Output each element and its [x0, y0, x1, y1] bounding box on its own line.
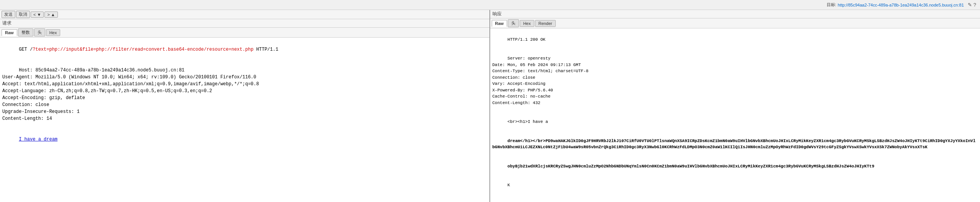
- response-body-line1: <br><h1>I have a: [507, 119, 548, 124]
- tab-hex-response[interactable]: Hex: [520, 20, 534, 27]
- request-url-red: ?text=php://input&file=php://filter/read…: [33, 47, 253, 52]
- request-panel: 发送 取消 < ▼ > ▲ 请求 Raw 整数 头 Hex GET /?text…: [0, 10, 490, 202]
- cancel-button[interactable]: 取消: [16, 11, 30, 18]
- target-url[interactable]: http://85c94aa2-74cc-489a-a78b-1ea249a14…: [838, 3, 964, 7]
- response-status: HTTP/1.1 200 OK: [507, 37, 545, 42]
- tab-raw-request[interactable]: Raw: [2, 29, 17, 36]
- request-toolbar: 发送 取消 < ▼ > ▲: [0, 10, 489, 19]
- request-headers: Host: 85c94aa2-74cc-489a-a78b-1ea249a14c…: [2, 68, 259, 121]
- main-area: 发送 取消 < ▼ > ▲ 请求 Raw 整数 头 Hex GET /?text…: [0, 10, 980, 202]
- response-headers: Server: openresty Date: Mon, 05 Feb 2024…: [492, 56, 589, 105]
- request-tab-bar: Raw 整数 头 Hex: [0, 28, 489, 38]
- help-icon-button[interactable]: ?: [973, 2, 977, 8]
- tab-params-request[interactable]: 整数: [18, 28, 33, 36]
- request-content: GET /?text=php://input&file=php://filter…: [0, 38, 489, 202]
- tab-render-response[interactable]: Render: [535, 20, 556, 27]
- response-body-bold: dream</h1></br>PD9waHAKJGlkID0gJF9HRVRbJ…: [492, 139, 976, 150]
- next-button[interactable]: > ▲: [44, 12, 57, 18]
- request-method: GET /: [19, 47, 33, 52]
- send-button[interactable]: 发送: [2, 11, 15, 18]
- response-body-line4: K: [507, 183, 510, 187]
- tab-raw-response[interactable]: Raw: [492, 20, 507, 27]
- response-section-title: 响应: [490, 10, 980, 18]
- target-label: 目标:: [827, 2, 836, 8]
- edit-icon-button[interactable]: ✎: [967, 2, 973, 8]
- request-http-version: HTTP/1.1: [253, 47, 278, 52]
- response-body-line3: obyBjb21wdXRlcjsKRCRyZSwgJHN0cmluZzMpO2N…: [507, 164, 874, 169]
- request-body-link[interactable]: I have a dream: [19, 137, 57, 142]
- request-section-title: 请求: [0, 19, 489, 28]
- response-tab-bar: Raw 头 Hex Render: [490, 18, 980, 28]
- top-bar: 目标: http://85c94aa2-74cc-489a-a78b-1ea24…: [0, 0, 980, 10]
- tab-headers-request[interactable]: 头: [34, 28, 45, 36]
- tab-hex-request[interactable]: Hex: [46, 29, 61, 36]
- response-panel: 响应 Raw 头 Hex Render HTTP/1.1 200 OK Serv…: [490, 10, 980, 202]
- tab-headers-response[interactable]: 头: [508, 19, 519, 27]
- prev-button[interactable]: < ▼: [31, 12, 44, 18]
- response-content: HTTP/1.1 200 OK Server: openresty Date: …: [490, 28, 980, 202]
